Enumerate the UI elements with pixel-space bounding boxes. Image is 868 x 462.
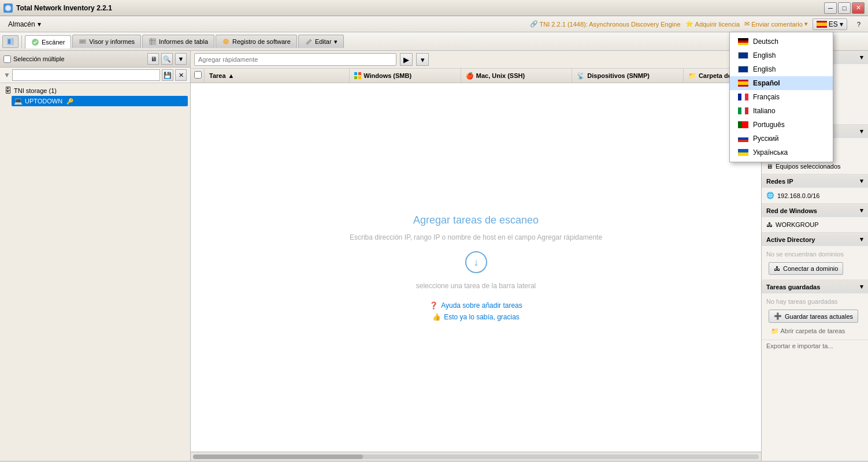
flag-fr [738,94,748,100]
circle-icon: ↓ [465,251,488,274]
rp-tareas-title: Tareas guardadas [766,284,820,290]
dd-english2[interactable]: English [730,62,833,76]
rp-redes-ip-header[interactable]: Redes IP ▾ [762,174,868,188]
tni-link-icon: 🔗 [530,20,538,28]
almacen-menu[interactable]: Almacén ▾ [2,18,47,30]
sort-icon: ▲ [228,72,235,79]
rp-equipos-sel[interactable]: 🖥 Equipos seleccionados [766,161,863,172]
software-registry-tab[interactable]: Registro de software [216,35,297,48]
empty-state-title: Agregar tareas de escaneo [350,214,602,226]
workgroup-icon: 🖧 [766,221,773,228]
rp-ip-item[interactable]: 🌐 192.168.0.0/16 [766,190,863,201]
empty-state-sub: seleccione una tarea de la barra lateral [350,282,602,290]
select-all-checkbox[interactable] [3,55,11,63]
storage-icon: 🗄 [5,87,12,95]
rp-tareas-header[interactable]: Tareas guardadas ▾ [762,280,868,293]
dd-espanol[interactable]: Español [730,76,833,90]
th-windows[interactable]: Windows (SMB) [350,69,461,83]
rp-ad-header[interactable]: Active Directory ▾ [762,233,868,246]
svg-rect-13 [354,76,357,79]
guardar-tareas-button[interactable]: ➕ Guardar tareas actuales [769,310,858,323]
dd-ukrainian-label: Українська [753,148,788,157]
add-quickly-dropdown-button[interactable]: ▾ [416,53,429,66]
rp-iniciar-arrow: ▾ [860,54,863,61]
viewer-tab-icon [79,38,87,46]
viewer-tab[interactable]: Visor y informes [72,35,141,48]
filter-button[interactable]: ▼ [175,53,187,65]
network-icon: 🌐 [766,192,774,199]
add-quickly-input[interactable] [194,53,396,66]
language-button[interactable]: ES ▾ [813,18,847,30]
empty-state: Agregar tareas de escaneo Escriba direcc… [350,214,602,321]
rp-workgroup-item[interactable]: 🖧 WORKGROUP [766,219,863,230]
exportar-label: Exportar e importar ta... [766,342,833,349]
filter-clear-button[interactable]: ✕ [175,69,187,81]
tni-link-label: TNI 2.2.1 (1448): Asynchronous Discovery… [540,21,681,28]
add-ip-button[interactable]: 🖥 [147,53,159,65]
rp-redes-ip-title: Redes IP [766,178,793,185]
almacen-label: Almacén [8,20,35,28]
help-link[interactable]: ❓ Ayuda sobre añadir tareas [429,301,522,310]
dd-russian-label: Русский [753,135,779,143]
tree-item-uptodown[interactable]: 💻 UPTODOWN 🔑 [12,96,188,106]
th-windows-label: Windows (SMB) [363,72,411,79]
storage-label: TNI storage (1) [14,87,57,94]
minimize-button[interactable]: ─ [824,2,837,14]
flag-es [738,80,748,87]
close-button[interactable]: ✕ [852,2,865,14]
edit-arrow: ▾ [334,38,337,46]
tree-item-storage[interactable]: 🗄 TNI storage (1) [2,85,188,96]
tni-link[interactable]: 🔗 TNI 2.2.1 (1448): Asynchronous Discove… [530,20,681,28]
horizontal-scrollbar[interactable] [191,452,761,461]
th-tarea[interactable]: Tarea ▲ [205,69,350,83]
rp-tareas-empty: No hay tareas guardadas [766,296,863,307]
flag-icon [817,21,827,28]
rp-red-windows-header[interactable]: Red de Windows ▾ [762,204,868,217]
th-snmp[interactable]: 📡 Dispositivos (SNMP) [572,69,684,83]
filter-icon: ▼ [3,71,10,79]
dd-deutsch-label: Deutsch [753,38,778,46]
dd-ukrainian[interactable]: Українська [730,146,833,159]
table-reports-tab[interactable]: Informes de tabla [142,35,214,48]
th-carpeta-label: Carpeta de [699,72,732,79]
flag-en2 [738,66,748,73]
empty-state-desc: Escriba dirección IP, rango IP o nombre … [350,233,602,241]
scanner-section-btn[interactable] [2,35,18,48]
dd-portugues-label: Português [753,121,785,129]
th-mac[interactable]: 🍎 Mac, Unix (SSH) [461,69,573,83]
add-quickly-go-button[interactable]: ▶ [400,53,413,66]
connect-domain-button[interactable]: 🖧 Conectar a dominio [769,262,843,275]
edit-tab[interactable]: Editar ▾ [298,35,344,48]
title-bar-controls: ─ □ ✕ [824,2,865,14]
dd-english1[interactable]: English [730,49,833,62]
dd-francais[interactable]: Français [730,90,833,104]
rp-red-windows-section: Red de Windows ▾ 🖧 WORKGROUP [762,204,868,233]
snmp-icon: 📡 [577,72,585,80]
header-checkbox[interactable] [194,71,202,79]
scanner-tab[interactable]: Escáner [25,35,71,49]
dd-deutsch[interactable]: Deutsch [730,35,833,49]
th-check [191,69,205,83]
app-title: Total Network Inventory 2.2.1 [16,4,112,12]
adquirir-link[interactable]: ⭐ Adquirir licencia [685,20,740,28]
scan-toolbar: ▶ ▾ [191,51,761,69]
exportar-link[interactable]: Exportar e importar ta... [762,340,868,352]
filter-save-button[interactable]: 💾 [162,69,173,81]
dd-portugues[interactable]: Português [730,118,833,132]
search-button[interactable]: 🔍 [161,53,173,65]
dd-italiano[interactable]: Italiano [730,104,833,118]
filter-input[interactable] [12,69,160,81]
svg-rect-11 [354,72,357,75]
enviar-link[interactable]: ✉ Enviar comentario ▾ [744,20,808,28]
enviar-arrow: ▾ [804,20,808,28]
abrir-carpeta-link[interactable]: 📁 Abrir carpeta de tareas [766,325,863,337]
maximize-button[interactable]: □ [838,2,851,14]
adquirir-label: Adquirir licencia [695,21,740,28]
thanks-link[interactable]: 👍 Esto ya lo sabía, gracias [432,313,520,321]
svg-rect-14 [358,76,361,79]
dd-russian[interactable]: Русский [730,132,833,146]
thanks-label: Esto ya lo sabía, gracias [444,313,520,321]
help-button[interactable]: ? [852,18,866,30]
rp-red-windows-content: 🖧 WORKGROUP [762,217,868,232]
svg-point-0 [5,5,11,11]
